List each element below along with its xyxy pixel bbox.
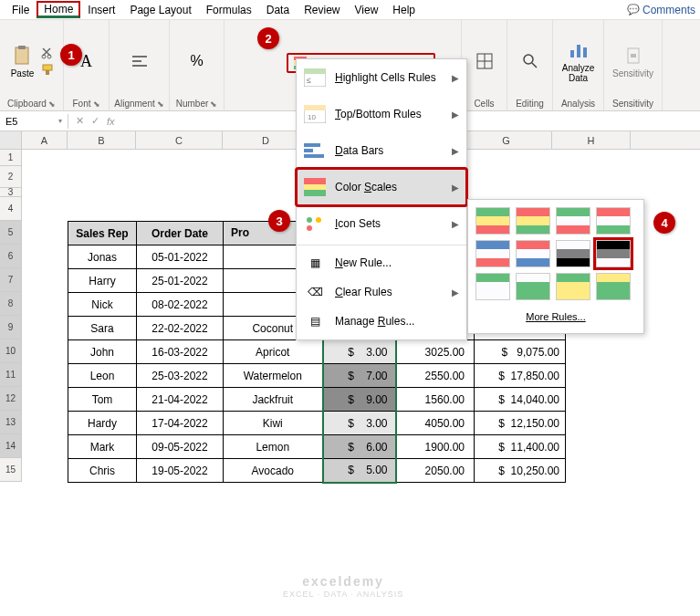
cf-top-bottom-rules[interactable]: 10 Top/Bottom Rules▶ xyxy=(297,96,466,132)
accept-icon[interactable]: ✓ xyxy=(91,115,99,127)
menu-page-layout[interactable]: Page Layout xyxy=(122,2,198,18)
color-scale-option[interactable] xyxy=(475,240,510,267)
menu-home[interactable]: Home xyxy=(37,1,80,18)
paste-button[interactable]: Paste xyxy=(7,43,38,80)
color-scale-option[interactable] xyxy=(516,240,550,267)
col-header[interactable]: A xyxy=(22,131,68,149)
table-cell[interactable]: Tom xyxy=(68,388,137,412)
table-cell[interactable]: Hardy xyxy=(68,412,137,435)
editing-icon[interactable] xyxy=(522,53,538,69)
table-cell[interactable]: Jonas xyxy=(68,245,137,269)
table-cell[interactable]: $ 11,400.00 xyxy=(475,435,566,459)
menu-help[interactable]: Help xyxy=(385,2,423,18)
row-header[interactable]: 14 xyxy=(0,434,22,458)
table-cell[interactable]: $ 7.00 xyxy=(323,364,396,388)
row-header[interactable]: 6 xyxy=(0,245,22,268)
color-scale-option[interactable] xyxy=(556,207,590,235)
table-cell[interactable]: 05-01-2022 xyxy=(137,245,224,269)
table-cell[interactable]: John xyxy=(68,340,137,364)
table-cell[interactable]: 25-03-2022 xyxy=(137,364,224,388)
row-header[interactable]: 3 xyxy=(0,188,22,197)
table-cell[interactable]: 19-05-2022 xyxy=(137,459,224,483)
table-cell[interactable]: $ 3.00 xyxy=(323,340,396,364)
table-cell[interactable]: $ 9,075.00 xyxy=(475,340,566,364)
table-cell[interactable]: Avocado xyxy=(224,459,323,483)
color-scale-option[interactable] xyxy=(556,273,590,300)
row-header[interactable]: 1 xyxy=(0,150,22,166)
cf-color-scales[interactable]: Color Scales▶ xyxy=(297,169,466,205)
table-cell[interactable]: 22-02-2022 xyxy=(137,317,224,340)
cf-manage-rules[interactable]: ▤Manage Rules... xyxy=(297,307,466,336)
menu-formulas[interactable]: Formulas xyxy=(199,2,259,18)
table-cell[interactable]: $ 9.00 xyxy=(323,388,396,412)
table-cell[interactable]: Lemon xyxy=(224,435,323,459)
color-scale-option[interactable] xyxy=(556,240,590,267)
analyze-data-button[interactable]: Analyze Data xyxy=(559,37,599,85)
name-box[interactable]: E5 xyxy=(0,114,68,129)
cf-highlight-cells-rules[interactable]: ≤ Highlight Cells Rules▶ xyxy=(297,59,466,96)
row-header[interactable]: 4 xyxy=(0,197,22,221)
color-scale-option[interactable] xyxy=(596,273,631,300)
table-cell[interactable]: 09-05-2022 xyxy=(137,435,224,459)
table-cell[interactable]: 2050.00 xyxy=(396,459,475,483)
format-painter-icon[interactable] xyxy=(41,63,56,76)
menu-file[interactable]: File xyxy=(5,2,37,18)
col-header[interactable]: C xyxy=(136,131,223,149)
row-header[interactable]: 8 xyxy=(0,292,22,316)
row-header[interactable]: 12 xyxy=(0,387,22,411)
row-header[interactable]: 9 xyxy=(0,316,22,339)
more-rules[interactable]: More Rules... xyxy=(475,308,636,326)
select-all-cell[interactable] xyxy=(0,131,22,149)
color-scale-option[interactable] xyxy=(596,240,631,267)
table-cell[interactable]: $ 17,850.00 xyxy=(475,364,566,388)
table-cell[interactable]: 17-04-2022 xyxy=(137,412,224,435)
table-cell[interactable]: Mark xyxy=(68,435,137,459)
table-cell[interactable]: $ 6.00 xyxy=(323,435,396,459)
table-cell[interactable]: 1560.00 xyxy=(396,388,475,412)
cf-data-bars[interactable]: Data Bars▶ xyxy=(297,132,466,169)
table-cell[interactable]: Kiwi xyxy=(224,412,323,435)
col-header[interactable]: B xyxy=(68,131,136,149)
fx-icon[interactable]: fx xyxy=(107,116,115,127)
cut-icon[interactable] xyxy=(41,47,56,59)
cancel-icon[interactable]: ✕ xyxy=(76,115,84,127)
table-cell[interactable]: 4050.00 xyxy=(396,412,475,435)
table-cell[interactable]: $ 3.00 xyxy=(323,412,396,435)
table-cell[interactable]: Harry xyxy=(68,269,137,293)
row-header[interactable]: 2 xyxy=(0,166,22,188)
table-cell[interactable]: Sara xyxy=(68,317,137,340)
table-cell[interactable]: Watermelon xyxy=(224,364,323,388)
menu-insert[interactable]: Insert xyxy=(80,2,122,18)
cells-icon[interactable] xyxy=(475,52,494,70)
comments-button[interactable]: Comments xyxy=(627,4,695,16)
table-cell[interactable]: 08-02-2022 xyxy=(137,293,224,317)
cf-icon-sets[interactable]: Icon Sets▶ xyxy=(297,205,466,242)
row-header[interactable]: 13 xyxy=(0,411,22,434)
cf-clear-rules[interactable]: ⌫Clear Rules▶ xyxy=(297,277,466,307)
color-scale-option[interactable] xyxy=(596,207,631,235)
col-header[interactable]: G xyxy=(461,131,552,149)
table-cell[interactable]: 2550.00 xyxy=(396,364,475,388)
col-header[interactable]: H xyxy=(552,131,631,149)
row-header[interactable]: 11 xyxy=(0,363,22,387)
color-scale-option[interactable] xyxy=(475,207,510,235)
menu-review[interactable]: Review xyxy=(297,2,347,18)
table-cell[interactable]: 3025.00 xyxy=(396,340,475,364)
row-header[interactable]: 15 xyxy=(0,458,22,482)
color-scale-option[interactable] xyxy=(516,207,550,235)
table-cell[interactable]: $ 5.00 xyxy=(323,459,396,483)
table-cell[interactable]: 16-03-2022 xyxy=(137,340,224,364)
table-cell[interactable]: 1900.00 xyxy=(396,435,475,459)
table-cell[interactable]: Jackfruit xyxy=(224,388,323,412)
table-cell[interactable]: Chris xyxy=(68,459,137,483)
table-cell[interactable]: $ 10,250.00 xyxy=(475,459,566,483)
table-cell[interactable]: $ 12,150.00 xyxy=(475,412,566,435)
table-cell[interactable]: 21-04-2022 xyxy=(137,388,224,412)
table-cell[interactable]: Apricot xyxy=(224,340,323,364)
table-cell[interactable]: 25-01-2022 xyxy=(137,269,224,293)
color-scale-option[interactable] xyxy=(475,273,510,300)
row-header[interactable]: 10 xyxy=(0,339,22,363)
table-cell[interactable]: Leon xyxy=(68,364,137,388)
table-cell[interactable]: $ 14,040.00 xyxy=(475,388,566,412)
alignment-icon[interactable] xyxy=(131,54,149,68)
